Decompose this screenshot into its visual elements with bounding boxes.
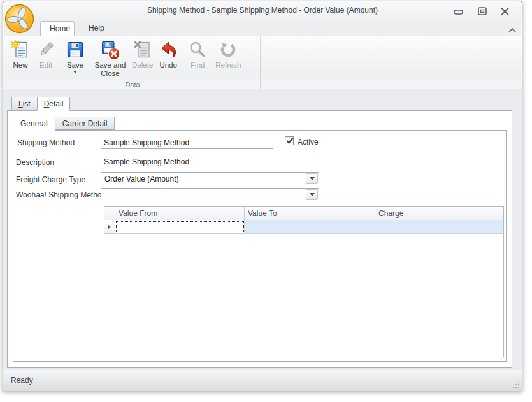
description-label: Description (16, 158, 54, 167)
save-button[interactable]: Save (62, 38, 88, 73)
main-content: List Detail General Carrier Detail Shipp… (3, 89, 522, 370)
tab-help[interactable]: Help (80, 21, 110, 36)
tab-home-label: Home (50, 24, 70, 33)
grid-column-charge[interactable]: Charge (375, 207, 503, 220)
woohaa-shipping-method-label: Woohaa! Shipping Method (16, 190, 106, 199)
grid-cell-value-to[interactable] (245, 220, 375, 234)
charges-grid: Value From Value To Charge (104, 206, 504, 357)
tab-carrier-detail[interactable]: Carrier Detail (55, 117, 115, 130)
close-button[interactable] (500, 7, 510, 16)
minimize-button[interactable] (454, 10, 464, 18)
freight-charge-type-label: Freight Charge Type (16, 175, 85, 184)
window-title: Shipping Method - Sample Shipping Method… (3, 6, 522, 15)
tab-general-label: General (20, 119, 48, 128)
find-icon (187, 39, 208, 60)
delete-icon (133, 39, 153, 60)
check-icon (286, 137, 294, 145)
detail-tab-page: General Carrier Detail Shipping Method A… (7, 110, 512, 368)
active-label: Active (298, 138, 319, 147)
row-indicator-icon (108, 224, 111, 229)
app-logo-icon[interactable] (4, 4, 34, 34)
save-and-close-button-label: Save and Close (94, 61, 127, 78)
list-detail-tab-strip: List Detail (11, 97, 69, 111)
grid-row-selector-cell[interactable] (104, 220, 115, 234)
shipping-method-input[interactable] (101, 136, 273, 149)
status-text: Ready (11, 376, 33, 385)
save-close-icon (100, 39, 120, 60)
refresh-icon (218, 39, 238, 60)
save-icon (65, 39, 85, 60)
tab-list[interactable]: List (11, 97, 38, 110)
tab-list-label: List (18, 99, 31, 108)
save-dropdown-caret-icon[interactable] (73, 71, 77, 73)
desktop: Shipping Method - Sample Shipping Method… (0, 0, 532, 402)
grid-cell-value-from[interactable] (115, 220, 245, 234)
ribbon-group-data: New Edit (5, 36, 261, 89)
resize-grip[interactable] (512, 381, 520, 389)
woohaa-shipping-method-combobox[interactable] (101, 188, 319, 201)
freight-charge-type-dropdown-icon[interactable] (306, 173, 318, 184)
save-and-close-button[interactable]: Save and Close (91, 38, 129, 78)
undo-button[interactable]: Undo (155, 38, 181, 69)
refresh-button-label: Refresh (215, 61, 241, 69)
maximize-button[interactable] (478, 7, 488, 16)
grid-cell-charge[interactable] (375, 220, 503, 234)
delete-button-label: Delete (132, 61, 153, 69)
pencil-icon (36, 39, 56, 60)
find-button-label: Find (191, 61, 205, 69)
ribbon-tab-strip: Home Help (3, 20, 522, 36)
refresh-button[interactable]: Refresh (213, 38, 243, 69)
new-document-icon (10, 39, 31, 60)
app-window: Shipping Method - Sample Shipping Method… (3, 1, 522, 391)
grid-column-value-from[interactable]: Value From (115, 207, 245, 220)
shipping-method-label: Shipping Method (17, 138, 75, 147)
tab-carrier-detail-label: Carrier Detail (62, 119, 108, 128)
general-tab-page: Shipping Method Active Description Freig… (13, 130, 507, 362)
find-button[interactable]: Find (185, 38, 210, 69)
title-bar[interactable]: Shipping Method - Sample Shipping Method… (3, 1, 522, 20)
grid-header-selector-cell[interactable] (104, 207, 115, 220)
tab-detail[interactable]: Detail (37, 97, 71, 111)
active-checkbox[interactable] (285, 136, 294, 145)
ribbon: New Edit (3, 36, 522, 89)
grid-column-value-to[interactable]: Value To (245, 207, 375, 220)
freight-charge-type-combobox[interactable]: Order Value (Amount) (101, 172, 319, 185)
general-carrier-tab-strip: General Carrier Detail (13, 117, 114, 131)
description-input[interactable] (101, 155, 507, 168)
tab-help-label: Help (89, 24, 104, 32)
status-bar: Ready (3, 370, 522, 391)
undo-button-label: Undo (160, 61, 178, 69)
grid-data-row (104, 220, 503, 234)
tab-home[interactable]: Home (40, 21, 75, 36)
ribbon-group-label: Data (5, 81, 260, 89)
new-button[interactable]: New (8, 38, 33, 69)
delete-button[interactable]: Delete (129, 38, 155, 69)
edit-button-label: Edit (40, 61, 52, 69)
grid-header-row: Value From Value To Charge (104, 207, 503, 220)
edit-button[interactable]: Edit (33, 38, 59, 69)
woohaa-shipping-method-dropdown-icon[interactable] (306, 189, 318, 200)
ribbon-collapse-icon[interactable] (508, 26, 517, 32)
undo-icon (158, 39, 178, 60)
freight-charge-type-value: Order Value (Amount) (104, 175, 303, 183)
tab-detail-label: Detail (44, 99, 64, 108)
tab-general[interactable]: General (13, 117, 55, 131)
save-button-label: Save (67, 61, 83, 69)
new-button-label: New (13, 61, 27, 69)
